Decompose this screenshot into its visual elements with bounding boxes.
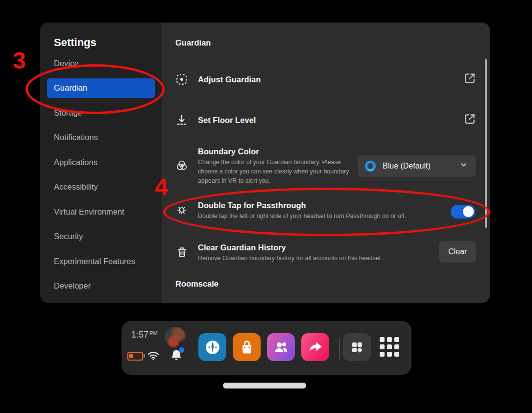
battery-icon — [127, 352, 143, 361]
sidebar-item-applications[interactable]: Applications — [54, 150, 162, 175]
passthrough-icon — [175, 204, 188, 217]
external-link-icon[interactable] — [463, 113, 476, 127]
scrollbar[interactable] — [485, 59, 487, 228]
dock-divider — [339, 338, 340, 361]
chevron-down-icon — [459, 161, 468, 171]
boundary-color-description: Change the color of your Guardian bounda… — [198, 158, 362, 186]
sidebar-item-storage[interactable]: Storage — [54, 100, 162, 125]
store-app-icon[interactable] — [233, 333, 261, 361]
annotation-step-4: 4 — [155, 175, 168, 199]
people-app-icon[interactable] — [267, 333, 295, 361]
boundary-color-dropdown[interactable]: Blue (Default) — [358, 155, 476, 177]
set-floor-level-row[interactable]: Set Floor Level — [175, 110, 476, 130]
clear-history-description: Remove Guardian boundary history for all… — [198, 254, 443, 263]
boundary-color-row: Boundary Color Change the color of your … — [175, 147, 476, 192]
boundary-color-title: Boundary Color — [198, 147, 362, 156]
home-indicator-bar[interactable] — [223, 383, 306, 389]
sidebar-nav: Device Guardian Storage Notifications Ap… — [54, 51, 162, 298]
double-tap-toggle[interactable] — [451, 205, 475, 219]
sharing-app-icon[interactable] — [301, 333, 329, 361]
explore-app-icon[interactable] — [198, 333, 226, 361]
settings-window: Settings Device Guardian Storage Notific… — [40, 23, 490, 303]
clock-meridiem: PM — [149, 330, 158, 336]
floor-level-icon — [175, 114, 188, 126]
trash-icon — [175, 246, 188, 258]
guardian-settings-panel: Guardian Adjust Guardian Set Floor Level — [162, 23, 490, 303]
adjust-guardian-label: Adjust Guardian — [198, 75, 261, 84]
adjust-guardian-row[interactable]: Adjust Guardian — [175, 70, 476, 89]
wifi-icon — [146, 348, 161, 364]
clock[interactable]: 1:57PM — [131, 330, 158, 340]
blue-color-swatch-icon — [365, 161, 376, 171]
color-circles-icon — [175, 159, 188, 172]
annotation-step-3: 3 — [13, 49, 26, 73]
sidebar-item-virtual-environment[interactable]: Virtual Environment — [54, 199, 162, 224]
clear-guardian-history-row: Clear Guardian History Remove Guardian b… — [175, 243, 476, 272]
sidebar-item-notifications[interactable]: Notifications — [54, 125, 162, 150]
sidebar-item-experimental-features[interactable]: Experimental Features — [54, 249, 162, 274]
sidebar-item-guardian[interactable]: Guardian — [54, 76, 162, 101]
settings-sidebar: Settings Device Guardian Storage Notific… — [40, 23, 162, 303]
page-title: Guardian — [175, 35, 211, 50]
app-library-icon[interactable] — [343, 333, 371, 361]
guardian-boundary-icon — [175, 73, 188, 86]
external-link-icon[interactable] — [463, 72, 476, 87]
sidebar-item-security[interactable]: Security — [54, 224, 162, 249]
sidebar-title: Settings — [54, 35, 162, 50]
dock-taskbar: 1:57PM — [121, 321, 411, 375]
all-apps-grid-icon[interactable] — [380, 337, 401, 359]
sidebar-item-developer[interactable]: Developer — [54, 274, 162, 299]
sidebar-item-device[interactable]: Device — [54, 51, 162, 76]
set-floor-level-label: Set Floor Level — [198, 116, 256, 125]
clear-history-title: Clear Guardian History — [198, 243, 443, 252]
notification-badge — [179, 347, 184, 353]
roomscale-section-header: Roomscale — [175, 279, 218, 289]
toggle-knob — [463, 206, 474, 217]
clear-button[interactable]: Clear — [439, 241, 476, 263]
double-tap-passthrough-row: Double Tap for Passthrough Double tap th… — [175, 200, 476, 229]
double-tap-description: Double tap the left or right side of you… — [198, 212, 462, 221]
avatar[interactable] — [165, 327, 186, 348]
boundary-color-value: Blue (Default) — [383, 162, 431, 170]
sidebar-item-accessibility[interactable]: Accessibility — [54, 175, 162, 200]
double-tap-title: Double Tap for Passthrough — [198, 201, 462, 210]
